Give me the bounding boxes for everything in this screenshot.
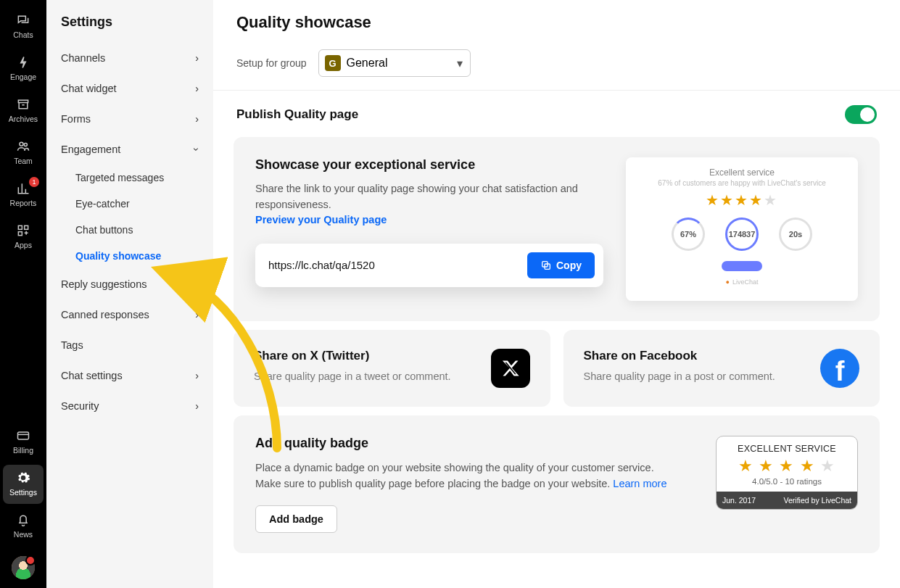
sidebar-item-forms[interactable]: Forms› xyxy=(46,104,213,134)
bell-icon xyxy=(16,513,30,527)
badge-rating: 4.0/5.0 - 10 ratings xyxy=(717,477,857,492)
sidebar-item-security[interactable]: Security› xyxy=(46,391,213,421)
user-avatar[interactable] xyxy=(12,556,35,579)
showcase-heading: Showcase your exceptional service xyxy=(255,157,604,173)
group-select[interactable]: G General ▾ xyxy=(318,49,471,77)
sidebar-item-chat-buttons[interactable]: Chat buttons xyxy=(46,217,213,243)
billing-icon xyxy=(16,428,30,443)
rail-apps[interactable]: Apps xyxy=(3,218,44,257)
quality-preview-thumbnail: Excellent service 67% of customers are h… xyxy=(626,157,858,301)
sidebar-item-canned-responses[interactable]: Canned responses› xyxy=(46,299,213,330)
publish-heading-row: Publish Quality page xyxy=(213,91,900,128)
preview-metric-1: 67% xyxy=(672,218,705,251)
rail-apps-label: Apps xyxy=(15,241,32,249)
setup-row: Setup for group G General ▾ xyxy=(213,49,900,91)
sidebar-item-tags[interactable]: Tags xyxy=(46,330,213,360)
engage-icon xyxy=(16,55,30,70)
team-icon xyxy=(16,139,30,154)
preview-metric-3: 20s xyxy=(779,218,812,251)
rail-team[interactable]: Team xyxy=(3,133,44,173)
svg-rect-5 xyxy=(18,232,22,236)
reports-icon xyxy=(16,181,30,196)
sidebar-item-label: Canned responses xyxy=(61,309,149,320)
rail-team-label: Team xyxy=(14,157,33,165)
quality-url-input[interactable] xyxy=(268,259,527,271)
rail-billing-label: Billing xyxy=(13,446,33,455)
quality-badge-preview: EXCELLENT SERVICE ★ ★ ★ ★ ★ 4.0/5.0 - 10… xyxy=(716,436,858,510)
learn-more-link[interactable]: Learn more xyxy=(613,478,666,489)
share-row: Share on X (Twitter) Share quality page … xyxy=(234,330,880,407)
preview-stars-icon: ★★★★★ xyxy=(633,191,851,209)
preview-subtitle: 67% of customers are happy with LiveChat… xyxy=(633,179,851,187)
sidebar-item-channels[interactable]: Channels› xyxy=(46,43,213,73)
sidebar-item-label: Tags xyxy=(61,339,83,351)
badge-card: Add quality badge Place a dynamic badge … xyxy=(234,415,880,553)
publish-heading: Publish Quality page xyxy=(236,107,358,122)
sidebar-item-quality-showcase[interactable]: Quality showcase xyxy=(46,243,213,269)
add-badge-button[interactable]: Add badge xyxy=(255,505,337,533)
copy-icon xyxy=(540,260,552,271)
sidebar-item-label: Forms xyxy=(61,113,91,125)
sidebar-item-engagement[interactable]: Engagement› xyxy=(46,134,213,165)
rail-archives[interactable]: Archives xyxy=(3,91,44,131)
sidebar-item-targeted-messages[interactable]: Targeted messages xyxy=(46,165,213,191)
group-name: General xyxy=(347,57,388,70)
settings-sidebar: Settings Channels› Chat widget› Forms› E… xyxy=(46,0,213,588)
chats-icon xyxy=(16,13,30,28)
setup-label: Setup for group xyxy=(236,57,307,69)
svg-rect-6 xyxy=(18,432,29,439)
rail-engage[interactable]: Engage xyxy=(3,49,44,88)
sidebar-item-chat-widget[interactable]: Chat widget› xyxy=(46,73,213,104)
rail-news-label: News xyxy=(14,530,33,539)
chevron-right-icon: › xyxy=(195,113,199,125)
svg-rect-0 xyxy=(18,100,28,102)
rail-news[interactable]: News xyxy=(3,507,44,546)
sidebar-item-chat-settings[interactable]: Chat settings› xyxy=(46,360,213,391)
sidebar-item-reply-suggestions[interactable]: Reply suggestions xyxy=(46,269,213,299)
rail-billing[interactable]: Billing xyxy=(3,423,44,462)
share-facebook-card[interactable]: Share on Facebook Share quality page in … xyxy=(563,330,880,407)
chevron-right-icon: › xyxy=(195,83,199,94)
archives-icon xyxy=(16,97,30,112)
chevron-right-icon: › xyxy=(195,400,199,412)
rail-reports[interactable]: 1 Reports xyxy=(3,175,44,215)
rail-chats[interactable]: Chats xyxy=(3,7,44,46)
group-badge: G xyxy=(325,55,341,71)
quality-url-row: Copy xyxy=(255,244,603,287)
gear-icon xyxy=(16,471,30,485)
svg-point-1 xyxy=(20,142,23,146)
rail-archives-label: Archives xyxy=(9,115,38,123)
showcase-card: Showcase your exceptional service Share … xyxy=(234,137,880,321)
rail-engage-label: Engage xyxy=(10,73,36,81)
badge-desc: Place a dynamic badge on your website sh… xyxy=(255,460,698,492)
facebook-icon: f xyxy=(820,349,859,388)
sidebar-item-label: Chat widget xyxy=(61,83,117,94)
sidebar-item-eye-catcher[interactable]: Eye-catcher xyxy=(46,191,213,217)
publish-toggle[interactable] xyxy=(845,105,877,124)
x-twitter-icon xyxy=(491,349,530,388)
chevron-down-icon: › xyxy=(191,148,203,152)
sidebar-item-label: Chat settings xyxy=(61,370,123,381)
sidebar-item-label: Engagement xyxy=(61,144,120,155)
page-title: Quality showcase xyxy=(213,13,900,49)
badge-verified: Verified by LiveChat xyxy=(784,496,851,505)
svg-point-2 xyxy=(24,143,27,146)
copy-button[interactable]: Copy xyxy=(527,252,595,278)
main-content: Quality showcase Setup for group G Gener… xyxy=(213,0,900,588)
preview-metric-2: 174837 xyxy=(725,218,759,251)
sidebar-item-label: Channels xyxy=(61,52,105,64)
share-fb-heading: Share on Facebook xyxy=(584,349,775,363)
rail-settings[interactable]: Settings xyxy=(3,465,44,504)
badge-stars-icon: ★ ★ ★ ★ ★ xyxy=(717,455,857,477)
share-x-card[interactable]: Share on X (Twitter) Share quality page … xyxy=(234,330,550,407)
chevron-right-icon: › xyxy=(195,52,199,64)
badge-title: EXCELLENT SERVICE xyxy=(717,436,857,455)
sidebar-item-label: Security xyxy=(61,400,99,412)
sidebar-item-label: Reply suggestions xyxy=(61,278,147,290)
preview-metrics: 67% 174837 20s xyxy=(633,218,851,251)
chevron-right-icon: › xyxy=(195,309,199,320)
badge-footer: Jun. 2017 Verified by LiveChat xyxy=(717,492,857,509)
rail-settings-label: Settings xyxy=(9,488,37,497)
preview-footer: ●LiveChat xyxy=(633,278,851,286)
preview-quality-link[interactable]: Preview your Quality page xyxy=(255,214,387,225)
